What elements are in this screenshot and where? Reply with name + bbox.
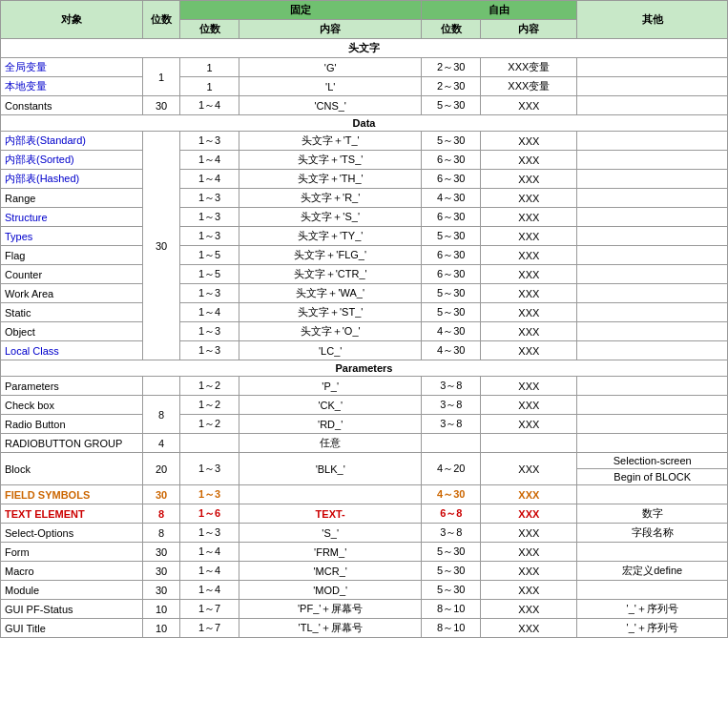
fixed-bits-cell: 1～3 <box>180 132 239 151</box>
free-bits-cell: 5～30 <box>422 303 481 322</box>
object-cell: Form <box>1 543 143 562</box>
free-content-cell: XXX <box>481 151 577 170</box>
free-bits-cell: 5～30 <box>422 581 481 600</box>
other-cell <box>577 227 728 246</box>
other-cell <box>577 170 728 189</box>
table-row: Local Class 1～3 'LC_' 4～30 XXX <box>1 341 728 360</box>
col-fixed-bits-header: 位数 <box>180 20 239 39</box>
col-fixed-content-header: 内容 <box>239 20 422 39</box>
fixed-bits-cell: 1～4 <box>180 543 239 562</box>
fixed-content-cell: 头文字＋'TS_' <box>239 151 422 170</box>
table-row: TEXT ELEMENT 8 1～6 TEXT- 6～8 XXX 数字 <box>1 504 728 524</box>
table-row: 本地变量 1 'L' 2～30 XXX变量 <box>1 77 728 96</box>
table-row: Parameters 1～2 'P_' 3～8 XXX <box>1 377 728 396</box>
fixed-content-cell: 'RD_' <box>239 415 422 434</box>
fixed-content-cell: 头文字＋'O_' <box>239 322 422 341</box>
free-content-cell: XXX <box>481 246 577 265</box>
free-content-cell: XXX <box>481 562 577 581</box>
fixed-bits-cell: 1～7 <box>180 600 239 619</box>
bits-cell: 8 <box>142 504 179 524</box>
fixed-content-cell: 任意 <box>239 434 422 453</box>
fixed-content-cell: 头文字＋'R_' <box>239 189 422 208</box>
other-cell: Selection-screen <box>577 453 728 469</box>
free-bits-cell: 2～30 <box>422 58 481 77</box>
free-bits-cell: 6～8 <box>422 504 481 524</box>
fixed-content-cell: 头文字＋'WA_' <box>239 284 422 303</box>
table-row: Object 1～3 头文字＋'O_' 4～30 XXX <box>1 322 728 341</box>
table-row: Constants 30 1～4 'CNS_' 5～30 XXX <box>1 96 728 115</box>
free-bits-cell: 4～30 <box>422 341 481 360</box>
col-other-header: 其他 <box>577 1 728 39</box>
table-row: Block 20 1～3 'BLK_' 4～20 XXX Selection-s… <box>1 453 728 469</box>
bits-cell: 10 <box>142 600 179 619</box>
free-bits-cell: 5～30 <box>422 562 481 581</box>
other-cell: 数字 <box>577 504 728 524</box>
table-row: Form 30 1～4 'FRM_' 5～30 XXX <box>1 543 728 562</box>
fixed-bits-cell: 1～4 <box>180 170 239 189</box>
col-fixed-header: 固定 <box>180 1 422 20</box>
col-free-bits-header: 位数 <box>422 20 481 39</box>
bits-cell <box>142 377 179 396</box>
fixed-bits-cell <box>180 434 239 453</box>
table-row: Counter 1～5 头文字＋'CTR_' 6～30 XXX <box>1 265 728 284</box>
free-content-cell <box>481 434 577 453</box>
bits-cell: 1 <box>142 58 179 96</box>
free-content-cell: XXX <box>481 132 577 151</box>
other-cell <box>577 581 728 600</box>
object-cell: Static <box>1 303 143 322</box>
object-cell: Range <box>1 189 143 208</box>
table-row: 内部表(Sorted) 1～4 头文字＋'TS_' 6～30 XXX <box>1 151 728 170</box>
fixed-bits-cell: 1～3 <box>180 453 239 485</box>
free-bits-cell: 4～20 <box>422 453 481 485</box>
table-row: Range 1～3 头文字＋'R_' 4～30 XXX <box>1 189 728 208</box>
object-cell: Parameters <box>1 377 143 396</box>
table-row: Work Area 1～3 头文字＋'WA_' 5～30 XXX <box>1 284 728 303</box>
fixed-bits-cell: 1～7 <box>180 619 239 638</box>
free-content-cell: XXX <box>481 284 577 303</box>
table-row: Structure 1～3 头文字＋'S_' 6～30 XXX <box>1 208 728 227</box>
fixed-bits-cell: 1～4 <box>180 581 239 600</box>
other-cell: '_'＋序列号 <box>577 600 728 619</box>
object-cell: TEXT ELEMENT <box>1 504 143 524</box>
section-header-headword: 头文字 <box>1 39 728 58</box>
fixed-bits-cell: 1～6 <box>180 504 239 524</box>
free-bits-cell <box>422 434 481 453</box>
object-cell: Check box <box>1 396 143 415</box>
other-cell <box>577 151 728 170</box>
fixed-content-cell: TEXT- <box>239 504 422 524</box>
fixed-bits-cell: 1～3 <box>180 485 239 504</box>
free-content-cell: XXX <box>481 227 577 246</box>
object-cell: Radio Button <box>1 415 143 434</box>
free-content-cell: XXX <box>481 170 577 189</box>
free-content-cell: XXX <box>481 619 577 638</box>
other-cell <box>577 77 728 96</box>
other-cell: Begin of BLOCK <box>577 469 728 485</box>
fixed-bits-cell: 1～2 <box>180 396 239 415</box>
free-bits-cell: 4～30 <box>422 322 481 341</box>
top-header-row: 对象 位数 固定 自由 其他 <box>1 1 728 20</box>
free-content-cell: XXX <box>481 377 577 396</box>
bits-cell: 10 <box>142 619 179 638</box>
fixed-bits-cell: 1～3 <box>180 322 239 341</box>
other-cell: 宏定义define <box>577 562 728 581</box>
free-content-cell: XXX <box>481 303 577 322</box>
fixed-content-cell: 'BLK_' <box>239 453 422 485</box>
object-cell: Select-Options <box>1 524 143 543</box>
fixed-bits-cell: 1～4 <box>180 96 239 115</box>
other-cell <box>577 543 728 562</box>
free-content-cell: XXX <box>481 189 577 208</box>
free-bits-cell: 6～30 <box>422 208 481 227</box>
table-row: GUI PF-Status 10 1～7 'PF_'＋屏幕号 8～10 XXX … <box>1 600 728 619</box>
fixed-bits-cell: 1 <box>180 58 239 77</box>
fixed-bits-cell: 1～3 <box>180 341 239 360</box>
bits-cell: 30 <box>142 581 179 600</box>
object-cell: 本地变量 <box>1 77 143 96</box>
fixed-content-cell: 'PF_'＋屏幕号 <box>239 600 422 619</box>
free-bits-cell: 2～30 <box>422 77 481 96</box>
free-content-cell: XXX <box>481 396 577 415</box>
object-cell: Object <box>1 322 143 341</box>
col-free-header: 自由 <box>422 1 577 20</box>
col-free-content-header: 内容 <box>481 20 577 39</box>
free-bits-cell: 3～8 <box>422 396 481 415</box>
table-row: FIELD SYMBOLS 30 1～3 4～30 XXX <box>1 485 728 504</box>
